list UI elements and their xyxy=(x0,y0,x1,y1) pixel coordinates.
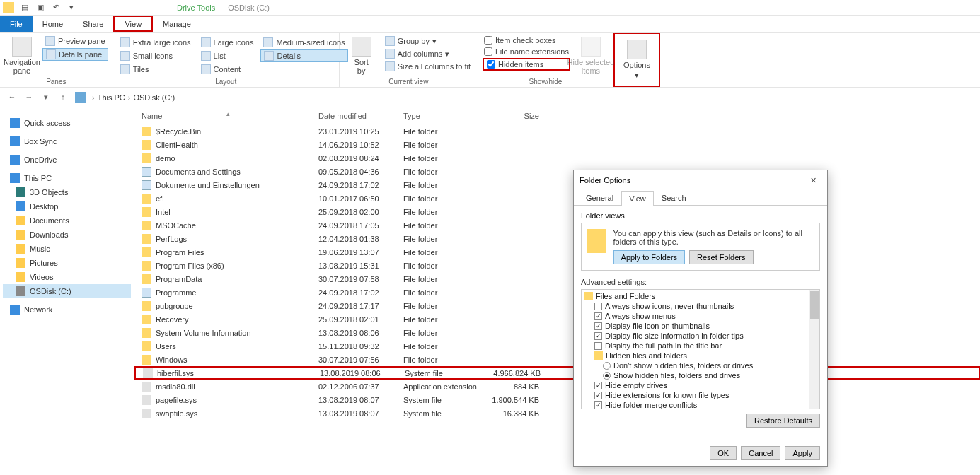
table-row[interactable]: Dokumente und Einstellungen24.09.2018 17… xyxy=(134,178,980,192)
file-name-extensions-checkbox[interactable]: File name extensions xyxy=(483,47,570,57)
table-row[interactable]: hiberfil.sys13.08.2019 08:06System file4… xyxy=(134,366,980,380)
nav-quick-access[interactable]: Quick access xyxy=(3,116,131,130)
layout-tiles[interactable]: Tiles xyxy=(117,64,194,75)
layout-large[interactable]: Large icons xyxy=(198,37,257,48)
table-row[interactable]: pagefile.sys13.08.2019 08:07System file1… xyxy=(134,393,980,406)
close-button[interactable]: ✕ xyxy=(805,176,822,185)
scrollbar[interactable] xyxy=(809,290,819,409)
table-row[interactable]: Programme24.09.2018 17:02File folder xyxy=(134,286,980,299)
table-row[interactable]: Program Files19.06.2019 13:07File folder xyxy=(134,245,980,259)
qat-dropdown-icon[interactable]: ▾ xyxy=(65,2,78,13)
dlg-tab-search[interactable]: Search xyxy=(654,190,694,205)
opt-show-hidden[interactable]: Show hidden files, folders and drives xyxy=(583,370,818,380)
breadcrumb-thispc[interactable]: This PC xyxy=(98,93,125,102)
opt-always-menus[interactable]: ✓Always show menus xyxy=(583,311,818,321)
qat-new-folder-icon[interactable]: ▣ xyxy=(34,2,47,13)
opt-file-icon-thumb[interactable]: ✓Display file icon on thumbnails xyxy=(583,321,818,331)
add-columns-button[interactable]: Add columns▾ xyxy=(382,48,473,59)
col-type[interactable]: Type xyxy=(403,112,488,120)
table-row[interactable]: Intel25.09.2018 02:00File folder xyxy=(134,205,980,218)
col-date[interactable]: Date modified xyxy=(318,112,403,120)
group-by-button[interactable]: Group by▾ xyxy=(382,35,473,47)
breadcrumb[interactable]: › This PC › OSDisk (C:) xyxy=(92,93,175,102)
table-row[interactable]: efi10.01.2017 06:50File folder xyxy=(134,192,980,205)
sort-by-button[interactable]: Sort by xyxy=(344,35,379,76)
recent-dropdown[interactable]: ▾ xyxy=(40,93,52,102)
apply-button[interactable]: Apply xyxy=(785,446,820,460)
opt-file-size-tips[interactable]: ✓Display file size information in folder… xyxy=(583,331,818,341)
table-row[interactable]: Program Files (x86)13.08.2019 15:31File … xyxy=(134,259,980,272)
navigation-pane-button[interactable]: Navigation pane xyxy=(4,35,40,76)
opt-dont-show-hidden[interactable]: Don't show hidden files, folders or driv… xyxy=(583,360,818,370)
opt-full-path-title[interactable]: Display the full path in the title bar xyxy=(583,341,818,351)
table-row[interactable]: $Recycle.Bin23.01.2019 10:25File folder xyxy=(134,124,980,138)
cancel-button[interactable]: Cancel xyxy=(741,446,780,460)
layout-extra-large[interactable]: Extra large icons xyxy=(117,37,194,48)
tree-hidden-files[interactable]: Hidden files and folders xyxy=(583,351,818,360)
layout-medium[interactable]: Medium-sized icons xyxy=(260,37,347,48)
tab-view[interactable]: View xyxy=(113,16,153,32)
opt-hide-empty-drives[interactable]: ✓Hide empty drives xyxy=(583,380,818,390)
table-row[interactable]: Documents and Settings09.05.2018 04:36Fi… xyxy=(134,165,980,178)
up-button[interactable]: ↑ xyxy=(57,93,69,102)
table-row[interactable]: PerfLogs12.04.2018 01:38File folder xyxy=(134,232,980,245)
table-row[interactable]: System Volume Information13.08.2019 08:0… xyxy=(134,326,980,339)
breadcrumb-drive[interactable]: OSDisk (C:) xyxy=(133,93,175,102)
col-size[interactable]: Size xyxy=(488,112,545,120)
dlg-tab-general[interactable]: General xyxy=(578,190,621,205)
layout-small[interactable]: Small icons xyxy=(117,49,194,62)
nav-music[interactable]: Music xyxy=(3,242,131,256)
nav-onedrive[interactable]: OneDrive xyxy=(3,153,131,167)
ok-button[interactable]: OK xyxy=(710,446,737,460)
tree-root[interactable]: Files and Folders xyxy=(583,291,818,301)
nav-this-pc[interactable]: This PC xyxy=(3,171,131,185)
nav-box-sync[interactable]: Box Sync xyxy=(3,134,131,148)
table-row[interactable]: ProgramData30.07.2019 07:58File folder xyxy=(134,272,980,286)
nav-pictures[interactable]: Pictures xyxy=(3,256,131,270)
table-row[interactable]: Users15.11.2018 09:32File folder xyxy=(134,339,980,353)
advanced-settings-tree[interactable]: Files and Folders Always show icons, nev… xyxy=(581,289,820,409)
opt-always-icons[interactable]: Always show icons, never thumbnails xyxy=(583,301,818,311)
qat-properties-icon[interactable]: ▤ xyxy=(18,2,31,13)
restore-defaults-button[interactable]: Restore Defaults xyxy=(746,414,820,428)
tab-share[interactable]: Share xyxy=(73,16,113,32)
tab-manage[interactable]: Manage xyxy=(153,16,201,32)
nav-videos[interactable]: Videos xyxy=(3,270,131,284)
navigation-pane: Quick access Box Sync OneDrive This PC 3… xyxy=(0,107,134,475)
tab-file[interactable]: File xyxy=(0,16,33,32)
qat-undo-icon[interactable]: ↶ xyxy=(50,2,62,13)
opt-hide-extensions[interactable]: ✓Hide extensions for known file types xyxy=(583,390,818,400)
nav-downloads[interactable]: Downloads xyxy=(3,228,131,242)
layout-list[interactable]: List xyxy=(198,49,257,62)
layout-details[interactable]: Details xyxy=(260,49,347,62)
tab-home[interactable]: Home xyxy=(33,16,73,32)
back-button[interactable]: ← xyxy=(6,93,18,102)
table-row[interactable]: demo02.08.2019 08:24File folder xyxy=(134,151,980,165)
table-row[interactable]: Windows30.07.2019 07:56File folder xyxy=(134,353,980,366)
hidden-items-checkbox[interactable]: Hidden items xyxy=(483,58,570,71)
forward-button[interactable]: → xyxy=(23,93,35,102)
nav-desktop[interactable]: Desktop xyxy=(3,199,131,213)
options-button[interactable]: Options▾ xyxy=(619,37,655,83)
layout-content[interactable]: Content xyxy=(198,64,257,75)
table-row[interactable]: ClientHealth14.06.2019 10:52File folder xyxy=(134,138,980,151)
table-row[interactable]: Recovery25.09.2018 02:01File folder xyxy=(134,312,980,326)
dlg-tab-view[interactable]: View xyxy=(621,191,654,206)
table-row[interactable]: swapfile.sys13.08.2019 08:07System file1… xyxy=(134,406,980,420)
col-name[interactable]: ▴Name xyxy=(134,112,318,120)
table-row[interactable]: msdia80.dll02.12.2006 07:37Application e… xyxy=(134,380,980,393)
table-row[interactable]: MSOCache24.09.2018 17:05File folder xyxy=(134,218,980,232)
nav-osdisk[interactable]: OSDisk (C:) xyxy=(3,284,131,298)
scrollbar-thumb[interactable] xyxy=(810,291,819,319)
nav-network[interactable]: Network xyxy=(3,303,131,317)
item-check-boxes-checkbox[interactable]: Item check boxes xyxy=(483,35,570,45)
nav-documents[interactable]: Documents xyxy=(3,213,131,228)
details-pane-button[interactable]: Details pane xyxy=(42,48,108,61)
table-row[interactable]: pubgroupe24.09.2018 17:17File folder xyxy=(134,299,980,312)
apply-to-folders-button[interactable]: Apply to Folders xyxy=(613,250,685,264)
size-all-columns-button[interactable]: Size all columns to fit xyxy=(382,61,473,72)
nav-3d-objects[interactable]: 3D Objects xyxy=(3,185,131,199)
preview-pane-button[interactable]: Preview pane xyxy=(42,35,108,47)
opt-hide-merge-conflicts[interactable]: ✓Hide folder merge conflicts xyxy=(583,400,818,409)
reset-folders-button[interactable]: Reset Folders xyxy=(689,250,753,264)
